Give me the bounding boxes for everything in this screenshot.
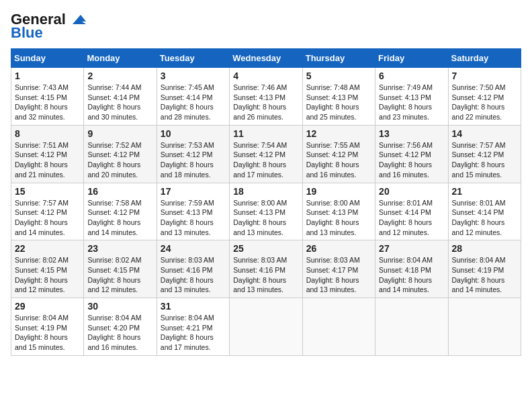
cell-content: Sunrise: 7:53 AMSunset: 4:12 PMDaylight:… (161, 141, 214, 179)
header-cell-thursday: Thursday (302, 49, 375, 68)
cell-content: Sunrise: 8:04 AMSunset: 4:18 PMDaylight:… (379, 256, 433, 293)
day-number: 3 (161, 71, 226, 81)
day-number: 5 (306, 71, 371, 81)
calendar-cell: 24Sunrise: 8:03 AMSunset: 4:16 PMDayligh… (157, 240, 229, 298)
calendar-cell: 19Sunrise: 8:00 AMSunset: 4:13 PMDayligh… (302, 183, 375, 240)
cell-content: Sunrise: 8:04 AMSunset: 4:19 PMDaylight:… (15, 314, 69, 351)
header-cell-saturday: Saturday (448, 49, 521, 68)
cell-content: Sunrise: 7:59 AMSunset: 4:13 PMDaylight:… (161, 199, 214, 236)
day-number: 23 (87, 243, 152, 254)
calendar-cell: 2Sunrise: 7:44 AMSunset: 4:14 PMDaylight… (84, 68, 157, 126)
day-number: 17 (161, 186, 226, 197)
calendar-cell: 20Sunrise: 8:01 AMSunset: 4:14 PMDayligh… (375, 183, 448, 240)
day-number: 11 (233, 128, 298, 139)
day-number: 13 (379, 128, 444, 139)
header-cell-tuesday: Tuesday (157, 49, 229, 68)
cell-content: Sunrise: 8:00 AMSunset: 4:13 PMDaylight:… (306, 199, 360, 236)
calendar-cell: 14Sunrise: 7:57 AMSunset: 4:12 PMDayligh… (448, 125, 521, 183)
cell-content: Sunrise: 8:04 AMSunset: 4:20 PMDaylight:… (87, 314, 141, 351)
day-number: 30 (87, 301, 152, 312)
calendar-cell: 11Sunrise: 7:54 AMSunset: 4:12 PMDayligh… (230, 125, 302, 183)
logo: General Blue (11, 11, 89, 42)
calendar-cell: 29Sunrise: 8:04 AMSunset: 4:19 PMDayligh… (11, 298, 84, 356)
cell-content: Sunrise: 7:49 AMSunset: 4:13 PMDaylight:… (379, 83, 433, 121)
day-number: 19 (306, 186, 371, 197)
cell-content: Sunrise: 7:51 AMSunset: 4:12 PMDaylight:… (15, 141, 69, 179)
day-number: 8 (15, 128, 80, 139)
calendar-cell (230, 298, 302, 356)
calendar-cell: 31Sunrise: 8:04 AMSunset: 4:21 PMDayligh… (157, 298, 229, 356)
cell-content: Sunrise: 7:50 AMSunset: 4:12 PMDaylight:… (452, 83, 506, 121)
cell-content: Sunrise: 8:03 AMSunset: 4:17 PMDaylight:… (306, 256, 360, 293)
day-number: 12 (306, 128, 371, 139)
calendar-cell: 1Sunrise: 7:43 AMSunset: 4:15 PMDaylight… (11, 68, 84, 126)
logo-blue: Blue (11, 24, 43, 42)
cell-content: Sunrise: 7:52 AMSunset: 4:12 PMDaylight:… (87, 141, 141, 179)
calendar-cell: 22Sunrise: 8:02 AMSunset: 4:15 PMDayligh… (11, 240, 84, 298)
day-number: 24 (161, 243, 226, 254)
header-cell-sunday: Sunday (11, 49, 84, 68)
calendar-cell: 21Sunrise: 8:01 AMSunset: 4:14 PMDayligh… (448, 183, 521, 240)
day-number: 20 (379, 186, 444, 197)
day-number: 14 (452, 128, 517, 139)
cell-content: Sunrise: 8:04 AMSunset: 4:19 PMDaylight:… (452, 256, 506, 293)
cell-content: Sunrise: 7:57 AMSunset: 4:12 PMDaylight:… (452, 141, 506, 179)
svg-marker-0 (73, 15, 86, 24)
day-number: 4 (233, 71, 298, 81)
day-number: 6 (379, 71, 444, 81)
calendar-week-row: 15Sunrise: 7:57 AMSunset: 4:12 PMDayligh… (11, 183, 521, 240)
day-number: 16 (87, 186, 152, 197)
calendar-cell: 7Sunrise: 7:50 AMSunset: 4:12 PMDaylight… (448, 68, 521, 126)
cell-content: Sunrise: 7:57 AMSunset: 4:12 PMDaylight:… (15, 199, 69, 236)
calendar-cell: 13Sunrise: 7:56 AMSunset: 4:12 PMDayligh… (375, 125, 448, 183)
day-number: 31 (161, 301, 226, 312)
calendar-cell: 25Sunrise: 8:03 AMSunset: 4:16 PMDayligh… (230, 240, 302, 298)
logo-icon (67, 12, 89, 27)
calendar-cell: 4Sunrise: 7:46 AMSunset: 4:13 PMDaylight… (230, 68, 302, 126)
cell-content: Sunrise: 8:04 AMSunset: 4:21 PMDaylight:… (161, 314, 214, 351)
calendar-cell: 10Sunrise: 7:53 AMSunset: 4:12 PMDayligh… (157, 125, 229, 183)
day-number: 1 (15, 71, 80, 81)
cell-content: Sunrise: 7:44 AMSunset: 4:14 PMDaylight:… (87, 83, 141, 121)
cell-content: Sunrise: 7:46 AMSunset: 4:13 PMDaylight:… (233, 83, 287, 121)
cell-content: Sunrise: 7:58 AMSunset: 4:12 PMDaylight:… (87, 199, 141, 236)
calendar-cell: 30Sunrise: 8:04 AMSunset: 4:20 PMDayligh… (84, 298, 157, 356)
calendar-week-row: 22Sunrise: 8:02 AMSunset: 4:15 PMDayligh… (11, 240, 521, 298)
cell-content: Sunrise: 8:01 AMSunset: 4:14 PMDaylight:… (452, 199, 506, 236)
cell-content: Sunrise: 7:56 AMSunset: 4:12 PMDaylight:… (379, 141, 433, 179)
calendar-week-row: 1Sunrise: 7:43 AMSunset: 4:15 PMDaylight… (11, 68, 521, 126)
day-number: 25 (233, 243, 298, 254)
header: General Blue (11, 11, 521, 42)
calendar-body: 1Sunrise: 7:43 AMSunset: 4:15 PMDaylight… (11, 68, 521, 356)
header-cell-monday: Monday (84, 49, 157, 68)
cell-content: Sunrise: 8:02 AMSunset: 4:15 PMDaylight:… (87, 256, 141, 293)
header-cell-wednesday: Wednesday (230, 49, 302, 68)
day-number: 7 (452, 71, 517, 81)
cell-content: Sunrise: 8:03 AMSunset: 4:16 PMDaylight:… (161, 256, 214, 293)
calendar-cell (448, 298, 521, 356)
cell-content: Sunrise: 8:03 AMSunset: 4:16 PMDaylight:… (233, 256, 287, 293)
calendar-cell: 16Sunrise: 7:58 AMSunset: 4:12 PMDayligh… (84, 183, 157, 240)
calendar-cell: 27Sunrise: 8:04 AMSunset: 4:18 PMDayligh… (375, 240, 448, 298)
calendar-cell: 9Sunrise: 7:52 AMSunset: 4:12 PMDaylight… (84, 125, 157, 183)
cell-content: Sunrise: 7:45 AMSunset: 4:14 PMDaylight:… (161, 83, 214, 121)
day-number: 15 (15, 186, 80, 197)
calendar-cell: 8Sunrise: 7:51 AMSunset: 4:12 PMDaylight… (11, 125, 84, 183)
header-cell-friday: Friday (375, 49, 448, 68)
calendar-cell: 26Sunrise: 8:03 AMSunset: 4:17 PMDayligh… (302, 240, 375, 298)
day-number: 2 (87, 71, 152, 81)
calendar-cell: 18Sunrise: 8:00 AMSunset: 4:13 PMDayligh… (230, 183, 302, 240)
day-number: 28 (452, 243, 517, 254)
calendar-cell: 12Sunrise: 7:55 AMSunset: 4:12 PMDayligh… (302, 125, 375, 183)
cell-content: Sunrise: 7:43 AMSunset: 4:15 PMDaylight:… (15, 83, 69, 121)
cell-content: Sunrise: 8:01 AMSunset: 4:14 PMDaylight:… (379, 199, 433, 236)
calendar-cell: 15Sunrise: 7:57 AMSunset: 4:12 PMDayligh… (11, 183, 84, 240)
day-number: 21 (452, 186, 517, 197)
cell-content: Sunrise: 8:00 AMSunset: 4:13 PMDaylight:… (233, 199, 287, 236)
cell-content: Sunrise: 8:02 AMSunset: 4:15 PMDaylight:… (15, 256, 69, 293)
calendar-cell: 28Sunrise: 8:04 AMSunset: 4:19 PMDayligh… (448, 240, 521, 298)
calendar-cell: 6Sunrise: 7:49 AMSunset: 4:13 PMDaylight… (375, 68, 448, 126)
calendar-cell: 23Sunrise: 8:02 AMSunset: 4:15 PMDayligh… (84, 240, 157, 298)
day-number: 27 (379, 243, 444, 254)
calendar-cell: 3Sunrise: 7:45 AMSunset: 4:14 PMDaylight… (157, 68, 229, 126)
